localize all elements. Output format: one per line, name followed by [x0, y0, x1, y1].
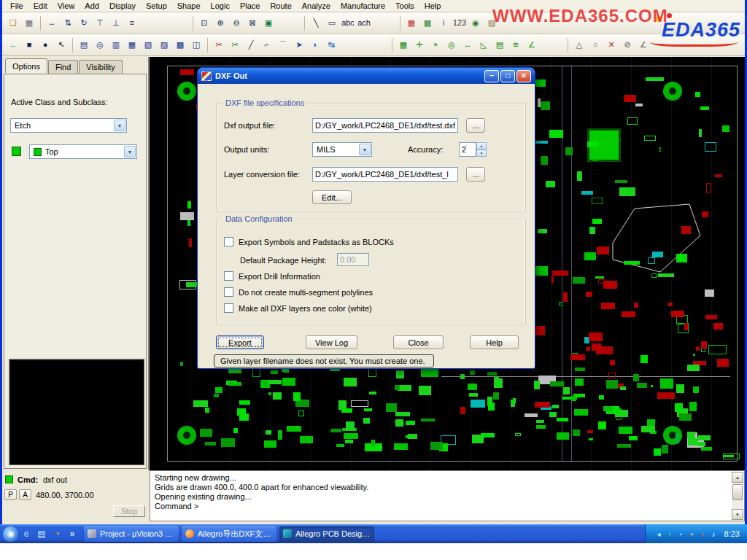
add-line-icon[interactable]: ╲ — [309, 16, 323, 30]
spinner-up-icon[interactable]: ▲ — [476, 142, 487, 149]
drill-legend-icon[interactable]: ⌖ — [428, 38, 443, 52]
move-icon[interactable]: ↔ — [44, 16, 59, 30]
absolute-button[interactable]: A — [19, 489, 31, 500]
stop-button[interactable]: Stop — [113, 505, 145, 517]
ungroup-icon[interactable]: ▨ — [157, 38, 171, 52]
info-icon[interactable]: i — [436, 16, 451, 30]
menu-file[interactable]: File — [5, 1, 28, 11]
property-edit-icon[interactable]: ≡ — [125, 16, 139, 30]
pin-icon[interactable]: ▥ — [109, 38, 123, 52]
menu-view[interactable]: View — [53, 1, 80, 11]
conversion-file-browse-button[interactable]: ... — [466, 167, 485, 182]
menu-tools[interactable]: Tools — [390, 1, 419, 11]
zoom-world-icon[interactable]: ▣ — [261, 16, 276, 30]
scrollbar-track[interactable] — [732, 483, 743, 509]
save-icon[interactable]: ▦ — [22, 16, 36, 30]
start-orb-icon[interactable]: ◉ — [3, 526, 18, 542]
taskbar-task-allegro[interactable]: Allegro PCB Design XL:... — [279, 526, 374, 542]
menu-setup[interactable]: Setup — [141, 1, 172, 11]
checkbox-export-blocks[interactable]: Export Symbols and Padstacks as BLOCKs — [224, 237, 394, 246]
checkbox-no-multisegment[interactable]: Do not create multi-segment polylines — [224, 287, 373, 297]
testpoint-icon[interactable]: ◎ — [444, 38, 459, 52]
cut-icon[interactable]: ✂ — [212, 38, 226, 52]
zoom-in-icon[interactable]: ⊕ — [213, 16, 228, 30]
delete-icon[interactable]: ✕ — [604, 38, 619, 52]
menu-add[interactable]: Add — [80, 1, 104, 11]
add-shape-icon[interactable]: ■ — [22, 38, 36, 52]
chamfer-icon[interactable]: ◺ — [476, 38, 491, 52]
add-circle-icon[interactable]: ● — [38, 38, 53, 52]
padstack-icon[interactable]: ▤ — [77, 38, 91, 52]
console-prompt[interactable]: Command > — [155, 502, 729, 511]
menu-shape[interactable]: Shape — [172, 1, 206, 11]
tab-visibility[interactable]: Visibility — [79, 60, 123, 74]
pick-button[interactable]: P — [4, 489, 17, 500]
zoom-fit-icon[interactable]: ⊠ — [245, 16, 260, 30]
ncdrill-icon[interactable]: ✛ — [412, 38, 427, 52]
mirror-icon[interactable]: ⇅ — [61, 16, 75, 30]
checkbox-icon[interactable] — [224, 237, 233, 246]
world-view-icon[interactable]: ◉ — [468, 16, 483, 30]
rats-icon[interactable]: ○ — [588, 38, 603, 52]
menu-manufacture[interactable]: Manufacture — [336, 1, 390, 11]
tray-volume-icon[interactable]: ♪ — [709, 529, 719, 539]
assign-color-icon[interactable]: ▩ — [420, 16, 435, 30]
scroll-down-icon[interactable]: ▼ — [732, 509, 743, 520]
add-text-icon[interactable]: abc — [341, 16, 355, 30]
minimize-icon[interactable]: – — [484, 70, 499, 82]
close-icon[interactable]: ✕ — [516, 70, 531, 82]
tray-network-icon[interactable]: ▪ — [676, 529, 686, 539]
tray-chevron-icon[interactable]: ◂ — [654, 529, 664, 539]
chevron-down-icon[interactable]: ▼ — [114, 120, 125, 131]
view-preview[interactable] — [9, 359, 144, 465]
tab-options[interactable]: Options — [5, 58, 47, 73]
output-file-input[interactable] — [312, 118, 458, 133]
class-select[interactable]: Etch ▼ — [10, 118, 127, 133]
edit-button[interactable]: Edit... — [312, 190, 352, 204]
via-icon[interactable]: ◎ — [93, 38, 107, 52]
subclass-color-swatch[interactable] — [12, 147, 21, 156]
checkbox-icon[interactable] — [224, 271, 233, 281]
silkscreen-icon[interactable]: ≋ — [508, 38, 523, 52]
bubble-route-icon[interactable]: ◗ — [308, 38, 322, 52]
output-file-browse-button[interactable]: ... — [466, 118, 485, 133]
close-button[interactable]: Close — [393, 335, 444, 349]
export-button[interactable]: Export — [216, 335, 264, 349]
desktop-icon[interactable]: ▤ — [34, 526, 49, 541]
chevron-down-icon[interactable]: ▼ — [124, 146, 136, 158]
open-icon[interactable]: ❏ — [6, 16, 20, 30]
select-pointer-icon[interactable]: ↖ — [54, 38, 69, 52]
edit-text-icon[interactable]: ach — [357, 16, 371, 30]
media-player-icon[interactable]: ◔ — [50, 526, 64, 541]
etch-edit-icon[interactable]: ▦ — [125, 38, 139, 52]
color-priority-icon[interactable]: ▦ — [404, 16, 419, 30]
dialog-title-bar[interactable]: DXF Out – □ ✕ — [198, 68, 535, 84]
arc-icon[interactable]: ⌒ — [276, 38, 290, 52]
tray-antivirus-icon[interactable]: ▪ — [698, 529, 708, 539]
tray-app-icon[interactable]: ▪ — [665, 529, 675, 539]
rotate-icon[interactable]: ↻ — [77, 16, 91, 30]
conversion-file-input[interactable] — [312, 167, 458, 182]
console-window[interactable]: Starting new drawing... Grids are drawn … — [150, 470, 745, 521]
measure-icon[interactable]: 123 — [452, 16, 467, 30]
artwork-icon[interactable]: ▦ — [396, 38, 411, 52]
tray-message-icon[interactable]: ▪ — [687, 529, 697, 539]
chevron-down-icon[interactable]: ▼ — [359, 144, 371, 155]
console-scrollbar[interactable]: ▲ ▼ — [732, 472, 743, 520]
output-units-select[interactable]: MILS ▼ — [312, 142, 372, 157]
checkbox-icon[interactable] — [224, 303, 233, 313]
menu-display[interactable]: Display — [104, 1, 141, 11]
angle-icon[interactable]: ∠ — [525, 38, 539, 52]
slant-icon[interactable]: ╱ — [244, 38, 258, 52]
add-rect-icon[interactable]: ▭ — [325, 16, 339, 30]
accuracy-input[interactable] — [459, 142, 476, 157]
spread-icon[interactable]: ↹ — [324, 38, 338, 52]
checkbox-icon[interactable] — [224, 287, 233, 297]
shadow-mode-icon[interactable]: ▨ — [484, 16, 499, 30]
menu-route[interactable]: Route — [265, 1, 296, 11]
taskbar-task-uvision[interactable]: Project - µVision3 - [C... — [84, 526, 179, 542]
checkbox-one-color[interactable]: Make all DXF layers one color (white) — [224, 303, 372, 313]
menu-place[interactable]: Place — [235, 1, 266, 11]
chevron-more-icon[interactable]: » — [65, 526, 80, 541]
group-icon[interactable]: ▧ — [141, 38, 155, 52]
